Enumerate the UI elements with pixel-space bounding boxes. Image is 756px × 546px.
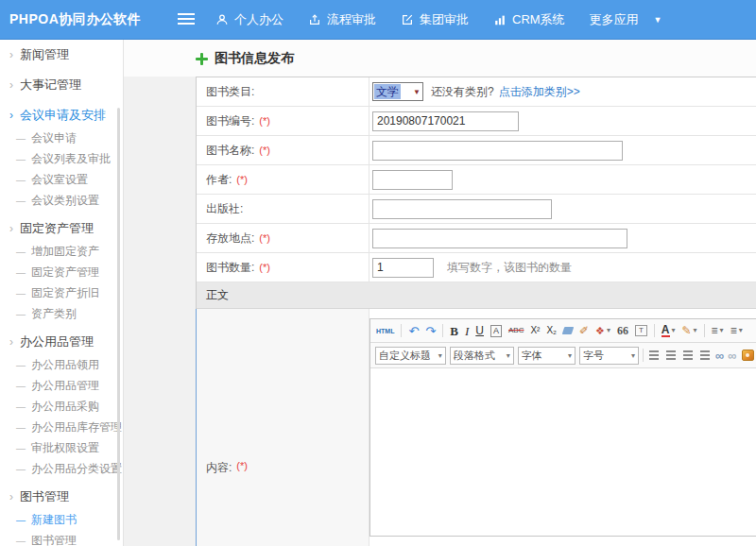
field-cell — [369, 195, 756, 223]
custom-title-select[interactable]: 自定义标题▾ — [375, 347, 446, 365]
sidebar-item-supplies-purchase[interactable]: — 办公用品采购 — [0, 396, 123, 417]
nav-more-apps[interactable]: 更多应用 ▼ — [590, 11, 662, 28]
required-mark: (*) — [259, 262, 270, 273]
sidebar-item-supplies-inventory[interactable]: — 办公用品库存管理 — [0, 417, 123, 437]
sidebar-group-meetings[interactable]: › 会议申请及安排 — [0, 102, 123, 128]
italic-icon[interactable]: I — [465, 325, 469, 337]
link-icon[interactable]: ∞ — [715, 350, 724, 362]
label-text: 出版社: — [206, 201, 243, 217]
author-input[interactable] — [372, 170, 453, 190]
font-size-select[interactable]: 字号▾ — [579, 347, 639, 365]
insert-image-icon[interactable] — [742, 350, 754, 361]
nav-label: 集团审批 — [420, 11, 469, 28]
workflow-icon — [308, 13, 321, 26]
dash-icon: — — [16, 154, 26, 164]
highlight-icon[interactable]: ✎▾ — [682, 325, 697, 336]
form-row-location: 存放地点: (*) — [197, 224, 756, 253]
bold-icon[interactable]: B — [450, 325, 458, 337]
unlink-icon[interactable]: ∞ — [728, 350, 736, 362]
underline-icon[interactable]: U — [475, 325, 484, 336]
book-name-input[interactable] — [372, 141, 623, 161]
sidebar-group-news[interactable]: › 新闻管理 — [0, 42, 123, 67]
field-label: 图书类目: — [197, 77, 369, 106]
sidebar-item-label: 办公用品分类设置 — [31, 461, 122, 477]
dash-icon: — — [16, 288, 26, 299]
sidebar-item-supplies-category[interactable]: — 办公用品分类设置 — [0, 458, 123, 479]
hamburger-menu-icon[interactable] — [178, 13, 195, 26]
chevron-down-icon: ▾ — [672, 327, 676, 334]
nav-personal-office[interactable]: 个人办公 — [215, 11, 284, 28]
required-mark: (*) — [259, 145, 270, 156]
content-label-cell: 内容: (*) — [197, 309, 369, 546]
unordered-list-icon[interactable]: ≡▾ — [730, 325, 743, 336]
align-justify-icon[interactable] — [700, 350, 710, 360]
sidebar-item-label: 会议室设置 — [31, 172, 88, 188]
sidebar-item-label: 资产类别 — [31, 306, 77, 322]
sidebar-item-label: 图书管理 — [31, 533, 77, 546]
ordered-list-icon[interactable]: ≡▾ — [712, 325, 724, 336]
book-number-input[interactable] — [372, 111, 519, 131]
category-select[interactable]: 文学 ▼ — [372, 82, 423, 101]
html-source-button[interactable]: HTML — [376, 328, 394, 334]
align-left-icon[interactable] — [649, 350, 659, 360]
sidebar: › 新闻管理 › 大事记管理 › 会议申请及安排 — 会议申请 — 会议列表及审… — [0, 40, 124, 546]
nav-label: 个人办公 — [234, 11, 284, 28]
font-color-icon[interactable]: A▾ — [662, 324, 676, 337]
autotypeset-icon[interactable]: A — [490, 325, 502, 337]
dash-icon: — — [16, 267, 26, 278]
sidebar-item-asset-depreciation[interactable]: — 固定资产折旧 — [0, 282, 123, 303]
editor-content-area[interactable] — [370, 368, 756, 536]
sidebar-group-events[interactable]: › 大事记管理 — [0, 72, 123, 97]
publisher-input[interactable] — [372, 199, 552, 219]
sidebar-item-meeting-list[interactable]: — 会议列表及审批 — [0, 148, 123, 169]
nav-workflow-approval[interactable]: 流程审批 — [308, 11, 376, 28]
quantity-input[interactable] — [372, 258, 434, 278]
chevron-down-icon: ▾ — [438, 351, 442, 360]
strikethrough-icon[interactable]: ABC — [508, 327, 524, 334]
page-header: 图书信息发布 — [196, 47, 294, 70]
add-icon — [196, 53, 208, 65]
sidebar-group-fixed-assets[interactable]: › 固定资产管理 — [0, 215, 123, 241]
sidebar-item-supplies-claim[interactable]: — 办公用品领用 — [0, 354, 123, 375]
user-icon — [215, 13, 229, 26]
paste-plain-icon[interactable]: T — [635, 325, 647, 336]
sidebar-item-meeting-apply[interactable]: — 会议申请 — [0, 128, 123, 148]
nav-group-approval[interactable]: 集团审批 — [401, 11, 469, 28]
sidebar-item-meeting-room[interactable]: — 会议室设置 — [0, 169, 123, 190]
sidebar-item-asset-manage[interactable]: — 固定资产管理 — [0, 262, 123, 282]
location-input[interactable] — [372, 229, 627, 248]
blockquote-icon[interactable]: 66 — [617, 325, 628, 336]
glyph: ❖ — [595, 326, 605, 336]
format-brush-icon[interactable]: ✐ — [579, 325, 589, 336]
sidebar-item-supplies-manage[interactable]: — 办公用品管理 — [0, 375, 123, 396]
sidebar-item-asset-category[interactable]: — 资产类别 — [0, 303, 123, 324]
superscript-icon[interactable]: X² — [530, 326, 540, 335]
undo-icon[interactable]: ↶ — [408, 325, 419, 337]
label-text: 图书数量: — [206, 260, 254, 276]
field-cell: 填写数字，该图书的数量 — [369, 253, 756, 282]
sidebar-item-add-asset[interactable]: — 增加固定资产 — [0, 241, 123, 262]
dash-icon: — — [16, 309, 26, 319]
align-right-icon[interactable] — [683, 350, 693, 360]
sidebar-scrollbar[interactable] — [117, 108, 120, 540]
eraser-icon[interactable] — [562, 327, 575, 334]
sidebar-group-books[interactable]: › 图书管理 — [0, 484, 123, 509]
align-center-icon[interactable] — [666, 350, 676, 360]
redo-icon[interactable]: ↷ — [425, 325, 436, 337]
field-label: 图书编号: (*) — [197, 107, 369, 135]
font-family-select[interactable]: 字体▾ — [518, 347, 576, 365]
paragraph-format-select[interactable]: 段落格式▾ — [450, 347, 514, 365]
sidebar-item-meeting-category[interactable]: — 会议类别设置 — [0, 190, 123, 211]
sidebar-item-new-book[interactable]: — 新建图书 — [0, 509, 123, 530]
nav-crm-system[interactable]: CRM系统 — [493, 11, 565, 28]
body-section-header: 正文 — [197, 282, 756, 309]
sidebar-item-book-manage[interactable]: — 图书管理 — [0, 530, 123, 546]
custom-style-icon[interactable]: ❖▾ — [595, 326, 610, 336]
sidebar-item-approval-permission[interactable]: — 审批权限设置 — [0, 437, 123, 458]
subscript-icon[interactable]: X₂ — [546, 326, 557, 335]
add-category-link[interactable]: 点击添加类别>> — [499, 84, 580, 100]
sidebar-group-label: 大事记管理 — [20, 77, 81, 94]
required-mark: (*) — [236, 460, 248, 471]
sidebar-group-office-supplies[interactable]: › 办公用品管理 — [0, 329, 123, 354]
sidebar-item-label: 固定资产折旧 — [31, 285, 99, 301]
